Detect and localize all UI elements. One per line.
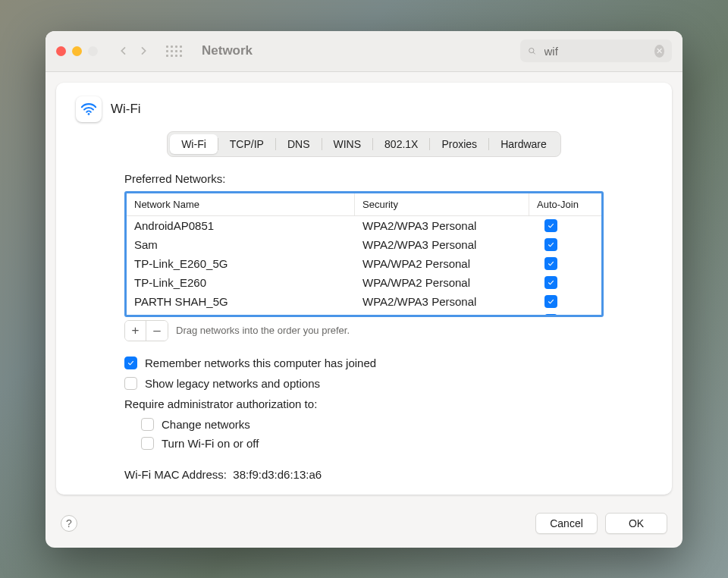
clear-search-button[interactable]: ✕	[654, 45, 664, 58]
cell-network-name: PARTH SHAH_2.4G	[127, 314, 355, 315]
table-row[interactable]: AndroidAP0851WPA2/WPA3 Personal	[127, 216, 601, 235]
checkbox-icon	[141, 418, 154, 431]
table-row[interactable]: PARTH SHAH_5GWPA2/WPA3 Personal	[127, 292, 601, 311]
table-toolbar: + – Drag networks into the order you pre…	[124, 320, 604, 341]
cell-auto-join[interactable]	[529, 238, 601, 251]
wifi-icon	[76, 96, 102, 122]
cell-security: WPA2/WPA3 Personal	[355, 238, 529, 251]
checkbox-icon	[124, 377, 137, 390]
checkbox-icon	[141, 437, 154, 450]
tab-wi-fi[interactable]: Wi-Fi	[170, 134, 218, 154]
checkbox-icon	[124, 357, 137, 369]
tab-dns[interactable]: DNS	[276, 134, 322, 154]
search-field[interactable]: ✕	[520, 39, 672, 62]
cell-security: WPA2/WPA3 Personal	[355, 219, 529, 232]
cell-auto-join[interactable]	[529, 219, 601, 232]
titlebar: Network ✕	[46, 31, 682, 72]
cell-security: WPA2/WPA3 Personal	[355, 295, 529, 308]
col-security[interactable]: Security	[355, 193, 529, 215]
preferences-window: Network ✕ Wi-Fi Wi-FiTCP/IPDNSWINS802.1X…	[46, 31, 682, 548]
remember-networks-label: Remember networks this computer has join…	[145, 357, 376, 369]
help-button[interactable]: ?	[61, 515, 77, 532]
col-network-name[interactable]: Network Name	[127, 193, 355, 215]
authz-change-networks-option[interactable]: Change networks	[141, 418, 604, 431]
remember-networks-option[interactable]: Remember networks this computer has join…	[124, 357, 604, 369]
authz-wifi-label: Turn Wi-Fi on or off	[162, 437, 259, 450]
cell-network-name: Sam	[127, 238, 355, 251]
checkbox-checked-icon	[544, 238, 557, 251]
authz-label: Require administrator authorization to:	[124, 397, 604, 410]
authz-change-networks-label: Change networks	[162, 418, 250, 431]
remove-network-button[interactable]: –	[146, 321, 168, 341]
tab-bar: Wi-FiTCP/IPDNSWINS802.1XProxiesHardware	[167, 131, 561, 157]
minimize-window-button[interactable]	[72, 46, 82, 56]
table-row[interactable]: TP-Link_E260WPA/WPA2 Personal	[127, 273, 601, 292]
back-button[interactable]	[118, 45, 130, 57]
cell-auto-join[interactable]	[529, 257, 601, 270]
window-controls	[56, 46, 98, 56]
tab-tcp-ip[interactable]: TCP/IP	[218, 134, 275, 154]
networks-table[interactable]: Network Name Security Auto-Join AndroidA…	[124, 191, 604, 317]
cell-security: WPA2/WPA3 Personal	[355, 314, 529, 315]
checkbox-checked-icon	[544, 219, 557, 232]
tab-hardware[interactable]: Hardware	[489, 134, 558, 154]
close-window-button[interactable]	[56, 46, 66, 56]
search-input[interactable]	[543, 44, 648, 58]
cell-network-name: PARTH SHAH_5G	[127, 295, 355, 308]
mac-address-row: Wi-Fi MAC Address: 38:f9:d3:d6:13:a6	[124, 468, 604, 481]
table-row[interactable]: SamWPA2/WPA3 Personal	[127, 235, 601, 254]
authz-wifi-option[interactable]: Turn Wi-Fi on or off	[141, 437, 604, 450]
add-remove-group: + –	[124, 320, 168, 341]
cell-security: WPA/WPA2 Personal	[355, 276, 529, 289]
cell-network-name: TP-Link_E260_5G	[127, 257, 355, 270]
preferred-networks-label: Preferred Networks:	[124, 172, 604, 185]
cell-auto-join[interactable]	[529, 314, 601, 315]
checkbox-checked-icon	[544, 257, 557, 270]
wifi-pane: Wi-Fi Wi-FiTCP/IPDNSWINS802.1XProxiesHar…	[56, 83, 672, 495]
search-icon	[528, 46, 537, 57]
show-all-button[interactable]	[166, 46, 182, 57]
pane-header: Wi-Fi	[71, 83, 657, 131]
checkbox-checked-icon	[544, 276, 557, 289]
drag-hint: Drag networks into the order you prefer.	[176, 325, 350, 336]
checkbox-checked-icon	[544, 314, 557, 315]
nav-buttons	[118, 45, 149, 57]
show-legacy-option[interactable]: Show legacy networks and options	[124, 377, 604, 390]
pane-title: Wi-Fi	[111, 102, 141, 117]
show-legacy-label: Show legacy networks and options	[145, 377, 320, 390]
forward-button[interactable]	[137, 45, 149, 57]
cell-auto-join[interactable]	[529, 295, 601, 308]
table-body[interactable]: AndroidAP0851WPA2/WPA3 PersonalSamWPA2/W…	[127, 216, 601, 315]
dialog-footer: ? Cancel OK	[46, 505, 682, 548]
table-row[interactable]: TP-Link_E260_5GWPA/WPA2 Personal	[127, 254, 601, 273]
window-title: Network	[202, 43, 253, 58]
mac-address-value: 38:f9:d3:d6:13:a6	[233, 468, 322, 481]
tab-proxies[interactable]: Proxies	[430, 134, 488, 154]
cell-network-name: AndroidAP0851	[127, 219, 355, 232]
checkbox-checked-icon	[544, 295, 557, 308]
svg-point-2	[88, 113, 90, 115]
zoom-window-button[interactable]	[88, 46, 98, 56]
tab-802-1x[interactable]: 802.1X	[373, 134, 429, 154]
mac-address-label: Wi-Fi MAC Address:	[124, 468, 227, 481]
tab-wins[interactable]: WINS	[322, 134, 373, 154]
cell-auto-join[interactable]	[529, 276, 601, 289]
ok-button[interactable]: OK	[605, 513, 667, 534]
svg-point-0	[529, 48, 534, 52]
svg-line-1	[533, 52, 535, 53]
cell-network-name: TP-Link_E260	[127, 276, 355, 289]
table-header: Network Name Security Auto-Join	[127, 193, 601, 216]
col-auto-join[interactable]: Auto-Join	[529, 193, 601, 215]
cancel-button[interactable]: Cancel	[535, 513, 598, 534]
add-network-button[interactable]: +	[125, 321, 146, 341]
cell-security: WPA/WPA2 Personal	[355, 257, 529, 270]
table-row[interactable]: PARTH SHAH_2.4GWPA2/WPA3 Personal	[127, 311, 601, 315]
